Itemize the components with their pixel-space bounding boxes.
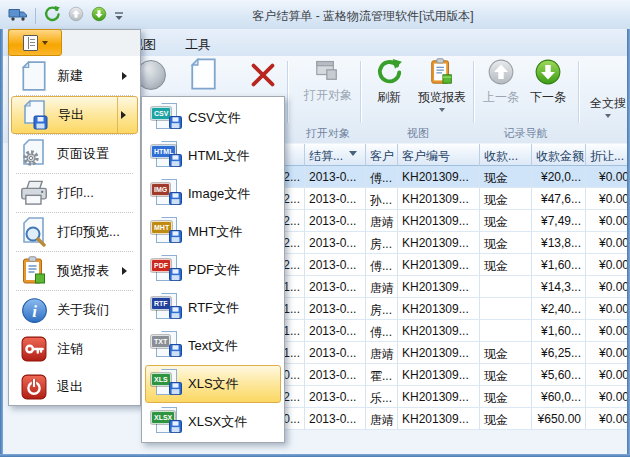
logout-key-icon xyxy=(11,336,57,362)
export-submenu-item-label: RTF文件 xyxy=(188,299,239,317)
floppy-disk-icon xyxy=(169,305,182,323)
export-submenu-item[interactable]: IMG Image文件 xyxy=(145,175,281,213)
info-icon: i xyxy=(11,297,57,324)
table-row[interactable]: 92... 2013-0... 傅... KH201309... 现金 ¥1,6… xyxy=(240,254,630,276)
next-record-button[interactable]: 下一条 xyxy=(524,58,572,106)
refresh-icon[interactable] xyxy=(43,5,61,27)
previous-record-icon xyxy=(487,58,515,86)
menu-item-exit[interactable]: 退出 xyxy=(11,368,138,406)
table-row[interactable]: 92... 2013-0... 房... KH201309... 现金 ¥13,… xyxy=(240,232,630,254)
submenu-arrow-icon xyxy=(121,111,130,119)
cell-pay-method: 现金 xyxy=(480,188,532,210)
cell-pay-method: 现金 xyxy=(480,232,532,254)
svg-text:i: i xyxy=(32,302,37,321)
menu-item-label: 退出 xyxy=(57,378,83,396)
export-submenu-item[interactable]: MHT MHT文件 xyxy=(145,213,281,251)
column-header-settle-date[interactable]: 结算... xyxy=(305,144,366,166)
menu-item-new[interactable]: 新建 xyxy=(11,57,138,95)
printer-icon xyxy=(11,180,57,206)
page-setup-icon xyxy=(11,139,57,169)
cell-amount: ¥650.00 xyxy=(532,408,586,430)
cell-customer: 乐... xyxy=(366,386,398,408)
table-row[interactable]: 91... 2013-0... 唐靖 KH201309... 现金 ¥6,25.… xyxy=(240,342,630,364)
file-type-badge: RTF xyxy=(151,297,171,310)
column-header-discount[interactable]: 折让... xyxy=(586,144,630,166)
menu-item-export[interactable]: 导出 xyxy=(11,96,138,134)
export-submenu-item-label: CSV文件 xyxy=(188,109,241,127)
export-submenu-item[interactable]: PDF PDF文件 xyxy=(145,251,281,289)
column-header-customer[interactable]: 客户 xyxy=(366,144,398,166)
menu-item-print[interactable]: 打印... xyxy=(11,174,138,212)
floppy-disk-icon xyxy=(169,153,182,171)
column-header-customer-no[interactable]: 客户编号 xyxy=(398,144,480,166)
table-header-row: 结算... 客户 客户编号 收款... 收款金额 折让... xyxy=(240,144,630,166)
cell-settle-date: 2013-0... xyxy=(305,166,366,188)
export-submenu-item[interactable]: XLSX XLSX文件 xyxy=(145,403,281,441)
table-row[interactable]: 92... 2013-0... 傅... KH201309... 现金 ¥20,… xyxy=(240,166,630,188)
ribbon-group-view: 视图 xyxy=(363,126,473,141)
settlement-table: 结算... 客户 客户编号 收款... 收款金额 折让... 92... 201… xyxy=(240,144,630,430)
table-row[interactable]: 90... 2013-0... 霍... KH201309... 现金 ¥5,6… xyxy=(240,364,630,386)
export-submenu-item-label: HTML文件 xyxy=(188,147,249,165)
export-submenu-popup: CSV CSV文件 HTML HTML文件 xyxy=(141,96,285,443)
menu-item-logout[interactable]: 注销 xyxy=(11,330,138,368)
refresh-icon xyxy=(375,58,403,86)
export-submenu-item[interactable]: RTF RTF文件 xyxy=(145,289,281,327)
menu-item-about[interactable]: i 关于我们 xyxy=(11,291,138,329)
column-header-amount[interactable]: 收款金额 xyxy=(532,144,586,166)
table-row[interactable]: 32... 2013-0... 乐... KH201309... 现金 ¥60,… xyxy=(240,386,630,408)
menu-item-label: 关于我们 xyxy=(57,301,109,319)
app-menu-button[interactable] xyxy=(8,29,62,56)
preview-report-button[interactable]: 预览报表 xyxy=(412,58,472,115)
export-page-floppy-icon xyxy=(12,100,58,130)
cell-pay-method: 现金 xyxy=(480,210,532,232)
cell-settle-date: 2013-0... xyxy=(305,342,366,364)
cell-discount: ¥0.00 xyxy=(586,254,630,276)
submenu-arrow-icon xyxy=(122,267,131,275)
cell-amount: ¥1,60... xyxy=(532,254,586,276)
table-body: 92... 2013-0... 傅... KH201309... 现金 ¥20,… xyxy=(240,166,630,430)
export-submenu-item[interactable]: TXT Text文件 xyxy=(145,327,281,365)
menu-item-page-setup[interactable]: 页面设置 xyxy=(11,135,138,173)
cell-amount: ¥6,25... xyxy=(532,342,586,364)
new-document-button[interactable] xyxy=(183,58,223,90)
cell-settle-date: 2013-0... xyxy=(305,408,366,430)
refresh-label: 刷新 xyxy=(377,89,401,106)
table-row[interactable]: 70... 2013-0... 唐靖 KH201309... 现金 ¥650.0… xyxy=(240,408,630,430)
nav-down-icon[interactable] xyxy=(91,6,107,26)
column-header-pay-method[interactable]: 收款... xyxy=(480,144,532,166)
delete-button[interactable] xyxy=(243,62,283,88)
table-row[interactable]: 91... 2013-0... 傅... KH201309... ¥1,60..… xyxy=(240,320,630,342)
cell-discount: ¥0.00 xyxy=(586,232,630,254)
cell-customer-no: KH201309... xyxy=(398,210,480,232)
export-submenu-item[interactable]: CSV CSV文件 xyxy=(145,99,281,137)
export-submenu-item-label: Text文件 xyxy=(188,337,238,355)
preview-report-dropdown-icon xyxy=(439,108,445,115)
menubar-item-tools[interactable]: 工具 xyxy=(181,34,215,56)
export-submenu-item[interactable]: XLS XLS文件 xyxy=(145,365,281,403)
menu-item-label: 导出 xyxy=(58,106,84,124)
nav-up-icon xyxy=(68,6,84,26)
new-document-icon xyxy=(190,58,217,90)
cell-customer: 孙... xyxy=(366,188,398,210)
titlebar: 客户结算单 - 蓝格物流管理软件[试用版本] xyxy=(0,0,630,30)
export-submenu-item-label: PDF文件 xyxy=(188,261,240,279)
table-row[interactable]: 92... 2013-0... 唐靖 KH201309... 现金 ¥7,49.… xyxy=(240,210,630,232)
cell-discount: ¥0.00 xyxy=(586,408,630,430)
cell-customer: 唐靖 xyxy=(366,408,398,430)
file-type-icon: XLSX xyxy=(146,407,188,437)
cell-pay-method: 现金 xyxy=(480,364,532,386)
menu-item-preview-report[interactable]: 预览报表 xyxy=(11,252,138,290)
table-row[interactable]: 92... 2013-0... 孙... KH201309... 现金 ¥47,… xyxy=(240,188,630,210)
export-submenu-item[interactable]: HTML HTML文件 xyxy=(145,137,281,175)
cell-settle-date: 2013-0... xyxy=(305,276,366,298)
quick-access-toolbar xyxy=(8,5,124,27)
menu-item-print-preview[interactable]: 打印预览... xyxy=(11,213,138,251)
fulltext-search-button[interactable]: 全文搜 xyxy=(584,92,630,121)
refresh-button[interactable]: 刷新 xyxy=(367,58,411,106)
table-row[interactable]: 91... 2013-0... 房... KH201309... ¥2,40..… xyxy=(240,298,630,320)
file-type-icon: MHT xyxy=(146,217,188,247)
qat-more-icon[interactable] xyxy=(114,7,124,25)
cell-discount: ¥0.00 xyxy=(586,298,630,320)
table-row[interactable]: 91... 2013-0... 唐靖 KH201309... ¥14,3... … xyxy=(240,276,630,298)
